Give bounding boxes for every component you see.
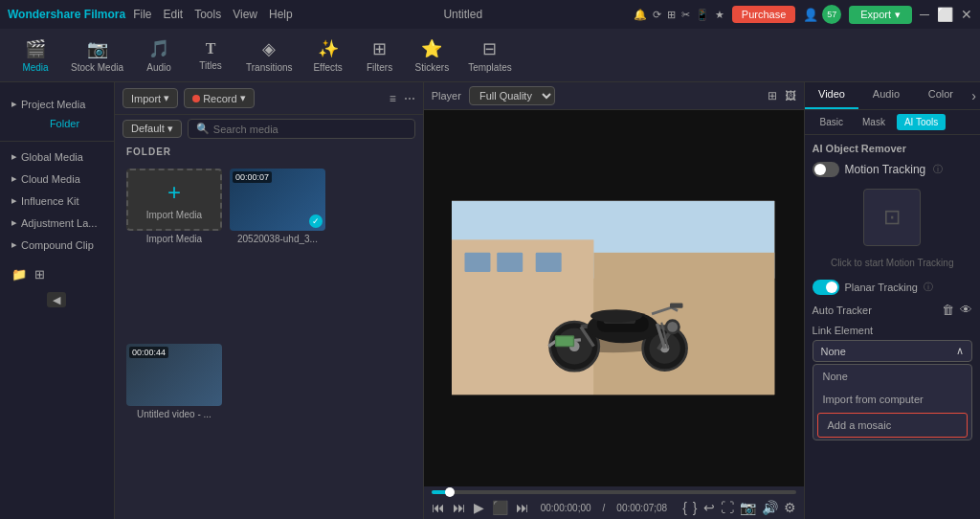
snapshot-ctrl-button[interactable]: 📷 — [740, 500, 756, 515]
menu-edit[interactable]: Edit — [163, 8, 183, 21]
folder-label: FOLDER — [115, 143, 423, 161]
import-button[interactable]: Import ▾ — [122, 88, 178, 108]
import-media-item[interactable]: + Import Media Import Media — [126, 169, 222, 336]
media-item-vid2[interactable]: 00:00:44 Untitled video - ... — [126, 344, 222, 511]
svg-point-21 — [668, 322, 679, 332]
toolbar-effects[interactable]: ✨ Effects — [304, 34, 352, 77]
toolbar-media[interactable]: 🎬 Media — [11, 34, 59, 77]
media-toolbar: Import ▾ Record ▾ ≡ ⋯ — [115, 82, 423, 115]
sidebar-item-global-media[interactable]: ▸ Global Media — [0, 146, 114, 168]
grid-view-icon[interactable]: ⊞ — [34, 267, 45, 282]
planar-toggle-knob — [826, 282, 837, 293]
audio-icon: 🎵 — [148, 38, 169, 59]
fullscreen-button[interactable]: ⛶ — [721, 500, 734, 515]
toolbar-titles[interactable]: T Titles — [187, 36, 234, 75]
grid-layout-icon[interactable]: ⊞ — [768, 89, 777, 102]
in-point-button[interactable]: { — [682, 500, 687, 515]
menu-file[interactable]: File — [133, 8, 151, 21]
settings-button[interactable]: ⚙ — [784, 500, 796, 515]
more-options-icon[interactable]: ⋯ — [404, 92, 415, 105]
purchase-button[interactable]: Purchase — [732, 6, 795, 23]
search-input[interactable] — [213, 124, 407, 135]
filters-icon: ⊞ — [372, 38, 387, 59]
filter-icon[interactable]: ≡ — [390, 92, 396, 105]
toolbar-stickers[interactable]: ⭐ Stickers — [408, 34, 457, 77]
chevron-icon: ▸ — [11, 98, 17, 110]
tab-color[interactable]: Color — [913, 82, 968, 109]
volume-button[interactable]: 🔊 — [762, 500, 778, 515]
link-option-mosaic[interactable]: Add a mosaic — [817, 413, 968, 438]
subtab-basic[interactable]: Basic — [813, 114, 851, 130]
quality-select[interactable]: Full Quality — [469, 86, 555, 105]
link-option-import[interactable]: Import from computer — [813, 388, 971, 411]
ai-object-remover-title: AI Object Remover — [813, 143, 972, 154]
out-point-button[interactable]: } — [693, 500, 698, 515]
motion-tracking-toggle[interactable] — [813, 162, 839, 177]
toolbar-audio[interactable]: 🎵 Audio — [135, 34, 183, 77]
sidebar-item-cloud-media[interactable]: ▸ Cloud Media — [0, 168, 114, 190]
audio-label: Audio — [146, 62, 171, 73]
influence-kit-label: Influence Kit — [21, 195, 79, 207]
auto-tracker-row: Auto Tracker 🗑 👁 — [813, 303, 972, 317]
search-box: 🔍 — [188, 119, 415, 139]
media-item-vid1[interactable]: 00:00:07 ✓ 20520038-uhd_3... — [230, 169, 325, 336]
toolbar-filters[interactable]: ⊞ Filters — [356, 34, 404, 77]
progress-bar[interactable] — [432, 490, 796, 494]
svg-rect-22 — [670, 304, 682, 308]
new-folder-icon[interactable]: 📁 — [11, 267, 27, 282]
maximize-button[interactable]: ⬜ — [937, 7, 953, 22]
tab-video[interactable]: Video — [805, 82, 859, 109]
step-back-button[interactable]: ⏭ — [453, 500, 466, 515]
toolbar-stock-media[interactable]: 📷 Stock Media — [63, 34, 131, 77]
skip-forward-button[interactable]: ⏭ — [516, 500, 529, 515]
link-selected-value: None — [821, 346, 846, 357]
skip-back-button[interactable]: ⏮ — [432, 500, 445, 515]
vid2-duration: 00:00:44 — [129, 347, 168, 358]
sidebar-item-compound-clip[interactable]: ▸ Compound Clip — [0, 234, 114, 256]
stock-media-icon: 📷 — [87, 38, 108, 59]
sidebar-item-influence-kit[interactable]: ▸ Influence Kit — [0, 190, 114, 212]
collapse-sidebar-btn[interactable]: ◀ — [0, 289, 114, 310]
close-button[interactable]: ✕ — [961, 7, 972, 22]
delete-tracker-button[interactable]: 🗑 — [942, 303, 954, 317]
menu-tools[interactable]: Tools — [194, 8, 221, 21]
link-element-label: Link Element — [813, 325, 972, 336]
add-to-timeline-button[interactable]: ↩ — [703, 500, 715, 515]
link-element-select[interactable]: None ∧ — [813, 340, 972, 362]
import-chevron-icon: ▾ — [164, 92, 169, 104]
media-action-icons: ≡ ⋯ — [390, 92, 415, 105]
templates-label: Templates — [468, 62, 512, 73]
folder-item[interactable]: Folder — [11, 114, 102, 133]
toolbar-templates[interactable]: ⊟ Templates — [460, 34, 520, 77]
subtab-mask[interactable]: Mask — [855, 114, 893, 130]
record-label: Record — [203, 93, 236, 104]
eye-tracker-button[interactable]: 👁 — [960, 303, 972, 317]
project-media-header[interactable]: ▸ Project Media — [11, 94, 102, 114]
motion-tracking-hint: Click to start Motion Tracking — [813, 258, 972, 268]
subtab-ai-tools[interactable]: AI Tools — [897, 114, 946, 130]
notification-icon: 🔔 — [634, 9, 647, 21]
minimize-button[interactable]: ─ — [920, 7, 929, 22]
collapse-icon[interactable]: ◀ — [47, 292, 66, 307]
toolbar-transitions[interactable]: ◈ Transitions — [238, 34, 301, 77]
menu-view[interactable]: View — [233, 8, 257, 21]
more-tabs-icon[interactable]: › — [968, 82, 980, 109]
star-icon: ★ — [715, 9, 724, 21]
import-text: Import Media — [146, 210, 202, 220]
default-button[interactable]: Default ▾ — [122, 120, 182, 138]
project-media-label: Project Media — [21, 99, 85, 110]
snapshot-icon[interactable]: 🖼 — [785, 89, 796, 102]
motion-tracking-row: Motion Tracking ⓘ — [813, 162, 972, 177]
sidebar-item-adjustment[interactable]: ▸ Adjustment La... — [0, 212, 114, 234]
play-button[interactable]: ▶ — [474, 500, 484, 515]
record-button[interactable]: Record ▾ — [184, 88, 254, 108]
planar-tracking-toggle[interactable] — [813, 280, 839, 295]
export-button[interactable]: Export ▾ — [849, 6, 912, 24]
link-option-none[interactable]: None — [813, 365, 971, 388]
tab-audio[interactable]: Audio — [858, 82, 913, 109]
sidebar-divider-1 — [0, 141, 114, 142]
step-forward-button[interactable]: ⬛ — [492, 500, 508, 515]
record-dot-icon — [192, 95, 200, 102]
menu-help[interactable]: Help — [269, 8, 293, 21]
vid2-thumb: 00:00:44 — [126, 344, 222, 406]
